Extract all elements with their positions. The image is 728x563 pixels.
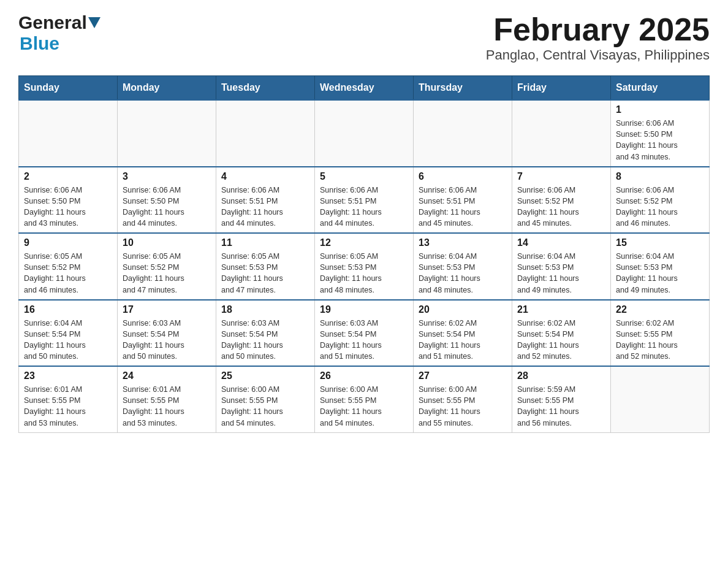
calendar-cell: 3Sunrise: 6:06 AMSunset: 5:50 PMDaylight… xyxy=(118,167,216,234)
title-section: February 2025 Panglao, Central Visayas, … xyxy=(486,12,710,63)
day-info: Sunrise: 6:00 AMSunset: 5:55 PMDaylight:… xyxy=(221,384,309,429)
logo-blue-text: Blue xyxy=(20,33,59,54)
calendar-cell: 12Sunrise: 6:05 AMSunset: 5:53 PMDayligh… xyxy=(315,233,414,300)
day-number: 15 xyxy=(616,237,704,248)
calendar-cell xyxy=(118,100,216,167)
day-number: 7 xyxy=(517,171,605,182)
col-wednesday: Wednesday xyxy=(315,76,414,101)
calendar-cell xyxy=(315,100,414,167)
day-number: 11 xyxy=(221,237,309,248)
calendar-cell: 10Sunrise: 6:05 AMSunset: 5:52 PMDayligh… xyxy=(118,233,216,300)
page-subtitle: Panglao, Central Visayas, Philippines xyxy=(486,47,710,63)
day-number: 1 xyxy=(616,104,704,115)
day-info: Sunrise: 6:00 AMSunset: 5:55 PMDaylight:… xyxy=(419,384,507,429)
day-info: Sunrise: 6:02 AMSunset: 5:54 PMDaylight:… xyxy=(517,318,605,362)
day-info: Sunrise: 6:05 AMSunset: 5:52 PMDaylight:… xyxy=(123,251,211,296)
calendar-cell: 20Sunrise: 6:02 AMSunset: 5:54 PMDayligh… xyxy=(414,300,512,367)
calendar-cell: 22Sunrise: 6:02 AMSunset: 5:55 PMDayligh… xyxy=(611,300,710,367)
day-info: Sunrise: 6:04 AMSunset: 5:53 PMDaylight:… xyxy=(419,251,507,296)
day-info: Sunrise: 6:00 AMSunset: 5:55 PMDaylight:… xyxy=(320,384,408,429)
col-tuesday: Tuesday xyxy=(216,76,315,101)
day-info: Sunrise: 6:06 AMSunset: 5:50 PMDaylight:… xyxy=(616,118,704,163)
day-info: Sunrise: 6:06 AMSunset: 5:52 PMDaylight:… xyxy=(616,185,704,229)
calendar-cell: 26Sunrise: 6:00 AMSunset: 5:55 PMDayligh… xyxy=(315,366,414,432)
calendar-cell xyxy=(216,100,315,167)
calendar-cell: 15Sunrise: 6:04 AMSunset: 5:53 PMDayligh… xyxy=(611,233,710,300)
day-info: Sunrise: 6:01 AMSunset: 5:55 PMDaylight:… xyxy=(24,384,112,429)
day-number: 4 xyxy=(221,171,309,182)
col-monday: Monday xyxy=(118,76,216,101)
day-number: 2 xyxy=(24,171,112,182)
calendar-cell: 17Sunrise: 6:03 AMSunset: 5:54 PMDayligh… xyxy=(118,300,216,367)
calendar-cell: 9Sunrise: 6:05 AMSunset: 5:52 PMDaylight… xyxy=(19,233,118,300)
calendar-cell: 11Sunrise: 6:05 AMSunset: 5:53 PMDayligh… xyxy=(216,233,315,300)
day-number: 28 xyxy=(517,370,605,381)
logo: General Blue xyxy=(18,12,100,54)
calendar-cell xyxy=(611,366,710,432)
logo-triangle-icon xyxy=(88,17,100,29)
calendar-cell: 13Sunrise: 6:04 AMSunset: 5:53 PMDayligh… xyxy=(414,233,512,300)
calendar-week-row: 23Sunrise: 6:01 AMSunset: 5:55 PMDayligh… xyxy=(19,366,710,432)
calendar-cell: 14Sunrise: 6:04 AMSunset: 5:53 PMDayligh… xyxy=(512,233,611,300)
page-header: General Blue February 2025 Panglao, Cent… xyxy=(18,12,710,63)
calendar-cell xyxy=(414,100,512,167)
day-number: 14 xyxy=(517,237,605,248)
calendar-cell: 6Sunrise: 6:06 AMSunset: 5:51 PMDaylight… xyxy=(414,167,512,234)
col-friday: Friday xyxy=(512,76,611,101)
day-info: Sunrise: 6:02 AMSunset: 5:55 PMDaylight:… xyxy=(616,318,704,362)
day-info: Sunrise: 6:06 AMSunset: 5:51 PMDaylight:… xyxy=(320,185,408,229)
calendar-cell xyxy=(512,100,611,167)
day-number: 6 xyxy=(419,171,507,182)
calendar-cell: 21Sunrise: 6:02 AMSunset: 5:54 PMDayligh… xyxy=(512,300,611,367)
col-thursday: Thursday xyxy=(414,76,512,101)
calendar-cell: 8Sunrise: 6:06 AMSunset: 5:52 PMDaylight… xyxy=(611,167,710,234)
day-number: 19 xyxy=(320,304,408,315)
calendar-cell: 1Sunrise: 6:06 AMSunset: 5:50 PMDaylight… xyxy=(611,100,710,167)
calendar-cell: 18Sunrise: 6:03 AMSunset: 5:54 PMDayligh… xyxy=(216,300,315,367)
day-number: 8 xyxy=(616,171,704,182)
day-number: 26 xyxy=(320,370,408,381)
day-number: 25 xyxy=(221,370,309,381)
day-info: Sunrise: 6:05 AMSunset: 5:53 PMDaylight:… xyxy=(221,251,309,296)
day-number: 21 xyxy=(517,304,605,315)
day-info: Sunrise: 6:06 AMSunset: 5:50 PMDaylight:… xyxy=(24,185,112,229)
day-info: Sunrise: 6:06 AMSunset: 5:50 PMDaylight:… xyxy=(123,185,211,229)
calendar-cell: 25Sunrise: 6:00 AMSunset: 5:55 PMDayligh… xyxy=(216,366,315,432)
logo-general-text: General xyxy=(18,12,87,33)
calendar-cell: 5Sunrise: 6:06 AMSunset: 5:51 PMDaylight… xyxy=(315,167,414,234)
day-info: Sunrise: 6:06 AMSunset: 5:52 PMDaylight:… xyxy=(517,185,605,229)
day-number: 17 xyxy=(123,304,211,315)
calendar-week-row: 2Sunrise: 6:06 AMSunset: 5:50 PMDaylight… xyxy=(19,167,710,234)
calendar-cell: 27Sunrise: 6:00 AMSunset: 5:55 PMDayligh… xyxy=(414,366,512,432)
calendar-header-row: Sunday Monday Tuesday Wednesday Thursday… xyxy=(19,76,710,101)
calendar-cell xyxy=(19,100,118,167)
calendar-table: Sunday Monday Tuesday Wednesday Thursday… xyxy=(18,75,710,433)
day-info: Sunrise: 6:02 AMSunset: 5:54 PMDaylight:… xyxy=(419,318,507,362)
calendar-week-row: 16Sunrise: 6:04 AMSunset: 5:54 PMDayligh… xyxy=(19,300,710,367)
calendar-cell: 23Sunrise: 6:01 AMSunset: 5:55 PMDayligh… xyxy=(19,366,118,432)
day-number: 3 xyxy=(123,171,211,182)
day-number: 10 xyxy=(123,237,211,248)
day-info: Sunrise: 6:05 AMSunset: 5:53 PMDaylight:… xyxy=(320,251,408,296)
day-info: Sunrise: 6:04 AMSunset: 5:54 PMDaylight:… xyxy=(24,318,112,362)
svg-marker-0 xyxy=(88,17,100,28)
day-info: Sunrise: 6:04 AMSunset: 5:53 PMDaylight:… xyxy=(517,251,605,296)
day-info: Sunrise: 6:06 AMSunset: 5:51 PMDaylight:… xyxy=(221,185,309,229)
calendar-cell: 19Sunrise: 6:03 AMSunset: 5:54 PMDayligh… xyxy=(315,300,414,367)
day-number: 9 xyxy=(24,237,112,248)
day-number: 12 xyxy=(320,237,408,248)
day-number: 20 xyxy=(419,304,507,315)
day-number: 16 xyxy=(24,304,112,315)
calendar-cell: 4Sunrise: 6:06 AMSunset: 5:51 PMDaylight… xyxy=(216,167,315,234)
calendar-cell: 28Sunrise: 5:59 AMSunset: 5:55 PMDayligh… xyxy=(512,366,611,432)
calendar-cell: 2Sunrise: 6:06 AMSunset: 5:50 PMDaylight… xyxy=(19,167,118,234)
day-number: 23 xyxy=(24,370,112,381)
day-number: 22 xyxy=(616,304,704,315)
day-number: 5 xyxy=(320,171,408,182)
day-info: Sunrise: 6:05 AMSunset: 5:52 PMDaylight:… xyxy=(24,251,112,296)
day-number: 13 xyxy=(419,237,507,248)
day-info: Sunrise: 6:06 AMSunset: 5:51 PMDaylight:… xyxy=(419,185,507,229)
calendar-cell: 16Sunrise: 6:04 AMSunset: 5:54 PMDayligh… xyxy=(19,300,118,367)
day-info: Sunrise: 6:03 AMSunset: 5:54 PMDaylight:… xyxy=(320,318,408,362)
page-title: February 2025 xyxy=(486,12,710,47)
